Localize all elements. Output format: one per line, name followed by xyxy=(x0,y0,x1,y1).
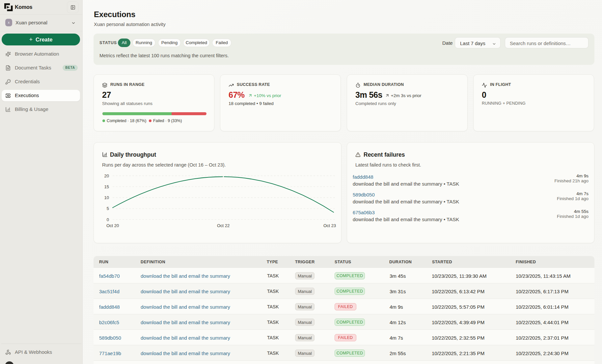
svg-text:15: 15 xyxy=(104,184,109,189)
svg-text:Oct 22: Oct 22 xyxy=(217,223,230,228)
svg-text:Oct 23: Oct 23 xyxy=(323,223,336,228)
svg-text:20: 20 xyxy=(104,173,109,178)
svg-text:Oct 20: Oct 20 xyxy=(106,223,119,228)
svg-text:10: 10 xyxy=(104,195,109,200)
svg-text:0: 0 xyxy=(107,217,109,222)
svg-text:5: 5 xyxy=(107,206,109,211)
